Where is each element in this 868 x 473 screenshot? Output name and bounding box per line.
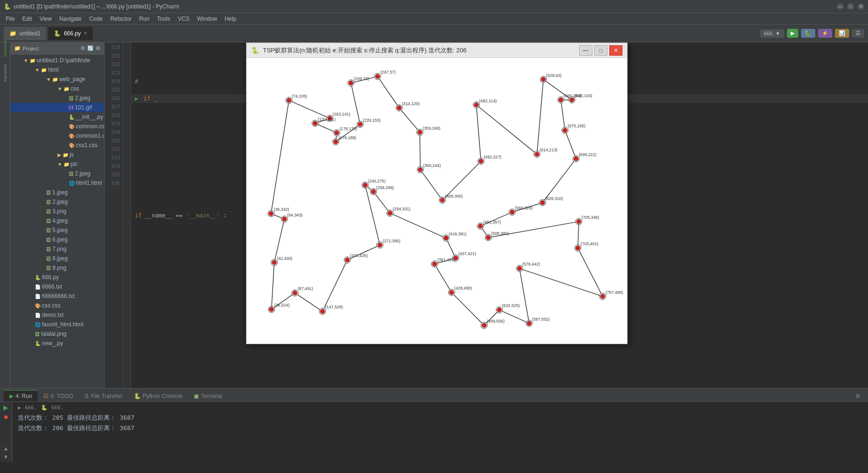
maximize-button[interactable]: □: [847, 3, 854, 10]
run-config-selector[interactable]: 666. ▼: [760, 29, 784, 38]
tab-python-console[interactable]: 🐍 Python Console: [128, 390, 188, 401]
tree-item-css-css[interactable]: 🎨 css.css: [10, 301, 104, 310]
tree-item-web-page[interactable]: ▼ 📁 web_page: [10, 75, 104, 84]
tree-item-101-gif[interactable]: 🎞 101.gif: [10, 103, 104, 112]
tree-item-common-css[interactable]: 🎨 common.css: [10, 122, 104, 131]
menu-item-navigate[interactable]: Navigate: [56, 15, 85, 23]
menu-item-vcs[interactable]: VCS: [174, 15, 193, 23]
img-icon: 🖼: [46, 228, 51, 233]
structure-panel-toggle[interactable]: Structure: [1, 44, 9, 53]
tree-item-css[interactable]: ▼ 📁 css: [10, 84, 104, 93]
tree-item-untitled1--D--pathfinde[interactable]: ▼ 📁 untitled1 D:\pathfinde: [10, 56, 104, 65]
line-number-320: 320: [111, 43, 120, 52]
close-button[interactable]: ✕: [858, 3, 864, 10]
project-settings-icon[interactable]: ⚙: [96, 45, 100, 51]
img-icon: 🖼: [46, 237, 51, 242]
tree-item-html1-html[interactable]: 🌐 html1.html: [10, 178, 104, 188]
minimize-button[interactable]: —: [837, 3, 843, 10]
svg-point-74: [269, 211, 273, 216]
svg-text:(201,425): (201,425): [350, 253, 368, 258]
txt-icon: 📄: [35, 313, 41, 318]
tab-close-icon[interactable]: ✕: [83, 31, 87, 36]
tab-terminal[interactable]: ▣ Terminal: [188, 390, 228, 401]
scroll-down-button[interactable]: ▼: [3, 454, 9, 460]
tree-item-6666-txt[interactable]: 📄 6666.txt: [10, 282, 104, 291]
folder-icon: ▼ 📁: [57, 162, 69, 167]
tree-item-common1-cs[interactable]: 🎨 common1.cs: [10, 131, 104, 141]
svg-point-89: [444, 236, 449, 241]
tab-666py[interactable]: 🐍 666.py ✕: [48, 27, 93, 40]
scroll-up-button[interactable]: ▲: [3, 445, 9, 452]
float-close-button[interactable]: ✕: [609, 45, 622, 56]
profile-button[interactable]: ⚡: [818, 29, 832, 38]
menu-item-tools[interactable]: Tools: [153, 15, 174, 23]
img-icon: 🖼: [69, 96, 74, 101]
tree-item-html[interactable]: ▼ 📁 html: [10, 65, 104, 75]
tree-item---init---py[interactable]: 🐍 __init__.py: [10, 112, 104, 122]
dropdown-icon: ▼: [775, 31, 780, 36]
tree-item-5-jpeg[interactable]: 🖼 5.jpeg: [10, 225, 104, 235]
tree-item-6-jpeg[interactable]: 🖼 6.jpeg: [10, 235, 104, 244]
tree-item-pic[interactable]: ▼ 📁 pic: [10, 159, 104, 169]
svg-text:(626,310): (626,310): [545, 196, 563, 201]
tree-item-demo-txt[interactable]: 📄 demo.txt: [10, 310, 104, 320]
favorites-toggle[interactable]: Favorites: [1, 69, 9, 77]
tab-file-transfer[interactable]: ⇅ File Transfer: [79, 390, 128, 401]
tree-item-4-jpeg[interactable]: 🖼 4.jpeg: [10, 216, 104, 225]
float-maximize-button[interactable]: □: [594, 45, 607, 56]
settings-icon[interactable]: ⚙: [852, 391, 864, 401]
vcs-button[interactable]: ☰: [852, 29, 864, 38]
debug-button[interactable]: 🐛: [801, 29, 815, 38]
project-sync-icon[interactable]: 🔄: [87, 45, 94, 51]
svg-text:(178,170): (178,170): [339, 126, 357, 131]
stop-button[interactable]: ■: [4, 413, 8, 421]
float-titlebar: 🐍 TSP蚁群算法(n:随机初始 e:开始搜索 s:停止搜索 q:退出程序) 迭…: [246, 43, 627, 58]
img-icon: 🖼: [46, 247, 51, 252]
menu-item-help[interactable]: Help: [221, 15, 240, 23]
tree-item-favorit-html-html[interactable]: 🌐 favorit_html.html: [10, 320, 104, 329]
line-number-336: 336: [111, 179, 120, 188]
tree-item-2-jpeg[interactable]: 🖼 2.jpeg: [10, 93, 104, 103]
menu-item-window[interactable]: Window: [193, 15, 221, 23]
svg-text:(428,490): (428,490): [454, 286, 472, 290]
project-gear-icon[interactable]: ⚙: [81, 45, 85, 51]
svg-point-83: [388, 211, 393, 216]
menu-item-refactor[interactable]: Refactor: [106, 15, 135, 23]
svg-point-17: [358, 122, 362, 127]
tab-untitled1[interactable]: 📁 untitled1: [4, 27, 46, 40]
svg-point-23: [334, 140, 338, 144]
img-icon: 🖼: [46, 199, 51, 205]
tree-item-8-jpeg[interactable]: 🖼 8.jpeg: [10, 254, 104, 263]
tree-item-1-jpeg[interactable]: 🖼 1.jpeg: [10, 188, 104, 197]
svg-text:(614,213): (614,213): [540, 148, 557, 152]
menu-item-code[interactable]: Code: [85, 15, 106, 23]
menu-item-run[interactable]: Run: [135, 15, 153, 23]
tab-todo[interactable]: ☑ 6: TODO: [38, 390, 79, 401]
tree-item-666-py[interactable]: 🐍 666.py: [10, 273, 104, 282]
tree-item-3-png[interactable]: 🖼 3.png: [10, 207, 104, 216]
float-minimize-button[interactable]: —: [579, 45, 592, 56]
tab-run[interactable]: ▶ 4: Run: [4, 390, 38, 401]
tree-item-js[interactable]: ▶ 📁 js: [10, 150, 104, 159]
menu-item-file[interactable]: File: [2, 15, 18, 23]
run-button[interactable]: ▶: [787, 29, 798, 38]
tree-item-2-jpeg[interactable]: 🖼 2.jpeg: [10, 169, 104, 178]
menu-item-view[interactable]: View: [36, 15, 56, 23]
tree-item-2-jpeg[interactable]: 🖼 2.jpeg: [10, 197, 104, 207]
tree-item-7-png[interactable]: 🖼 7.png: [10, 244, 104, 254]
tsp-floating-window[interactable]: 🐍 TSP蚁群算法(n:随机初始 e:开始搜索 s:停止搜索 q:退出程序) 迭…: [246, 42, 628, 344]
svg-point-95: [377, 243, 382, 248]
coverage-button[interactable]: 📊: [835, 29, 849, 38]
tree-item-css1-css[interactable]: 🎨 css1.css: [10, 141, 104, 150]
tree-item-66666666-txt[interactable]: 📄 66666666.txt: [10, 291, 104, 301]
tree-item-new--py[interactable]: 🐍 new_.py: [10, 339, 104, 348]
svg-text:(491,357): (491,357): [483, 220, 501, 224]
window-controls: — □ ✕: [837, 3, 864, 10]
menu-item-edit[interactable]: Edit: [18, 15, 36, 23]
restart-button[interactable]: ▶: [3, 404, 8, 411]
line-number-331: 331: [111, 137, 120, 145]
svg-text:(359,169): (359,169): [423, 126, 441, 131]
tree-item-9-png[interactable]: 🖼 9.png: [10, 263, 104, 273]
output-line-1: 迭代次数： 205 最佳路径总距离： 3687: [18, 413, 862, 423]
tree-item-lalalal-png[interactable]: 🖼 lalalal.png: [10, 329, 104, 339]
